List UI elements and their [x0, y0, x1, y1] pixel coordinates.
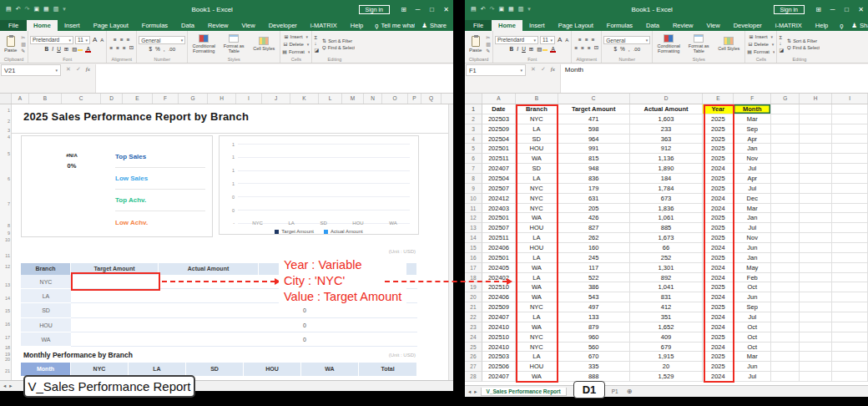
sort-filter-button[interactable]: ⇅Sort & Filter	[787, 38, 820, 43]
autosum-icon[interactable]: Σ	[314, 35, 319, 40]
copy-icon[interactable]: ▥	[486, 41, 491, 47]
row-header[interactable]: 7	[465, 164, 482, 174]
formula-input[interactable]	[95, 64, 453, 93]
borders-icon[interactable]: ⊞	[63, 46, 69, 53]
row-header[interactable]: 26	[465, 352, 482, 362]
cell-target[interactable]: 964	[558, 134, 630, 145]
cell-date[interactable]: 202509	[482, 302, 516, 312]
formula-input[interactable]: Month	[560, 64, 868, 93]
cell-month[interactable]: Jun	[734, 243, 771, 253]
cell-actual[interactable]: 673	[630, 194, 704, 204]
align-right-icon[interactable]: ≡	[587, 45, 592, 51]
cell-actual[interactable]: 363	[630, 134, 704, 145]
format-cells-button[interactable]: ▤Format▾	[282, 48, 310, 54]
cell-date[interactable]: 202405	[482, 263, 516, 273]
cell-date[interactable]: 202410	[482, 322, 516, 332]
qat-book-icon[interactable]: ▥	[53, 6, 59, 13]
qat-grid-icon[interactable]: ▦	[43, 6, 49, 13]
header-month-selected-cell[interactable]: Month	[734, 104, 771, 114]
cell-target[interactable]: 827	[558, 223, 630, 233]
fill-icon[interactable]: ↓	[314, 41, 319, 46]
share-button[interactable]: ♟Share	[415, 20, 453, 31]
minimize-icon[interactable]: ─	[825, 6, 840, 13]
cell-date[interactable]: 202504	[482, 174, 516, 184]
tab-home[interactable]: Home	[492, 20, 522, 31]
cell-actual[interactable]: 679	[630, 343, 704, 353]
cell-month[interactable]: Apr	[734, 174, 771, 184]
paste-button[interactable]: Paste	[467, 35, 484, 53]
font-color-icon[interactable]: A	[550, 46, 555, 52]
undo-icon[interactable]: ↶	[481, 6, 486, 13]
italic-button[interactable]: I	[51, 46, 54, 52]
cell-date[interactable]: 202412	[482, 194, 516, 204]
cell-date[interactable]: 202511	[482, 233, 516, 243]
fill-color-icon[interactable]: ▨	[536, 46, 548, 53]
branch-table-row[interactable]: WA 0	[21, 332, 417, 347]
cell-target[interactable]: 426	[558, 213, 630, 223]
tab-developer[interactable]: Developer	[727, 20, 769, 31]
align-bottom-icon[interactable]: ≡	[126, 37, 131, 43]
font-size-select[interactable]: 11▾	[540, 36, 555, 44]
tell-me-box[interactable]: ϙTell me what you want to do	[370, 20, 415, 31]
vertical-scrollbar[interactable]	[448, 104, 453, 380]
camera-icon[interactable]: ▣	[498, 6, 504, 13]
cell-actual[interactable]: 1,673	[630, 233, 704, 243]
comma-icon[interactable]: ,	[628, 46, 631, 52]
align-top-icon[interactable]: ≡	[578, 37, 583, 43]
tab-help[interactable]: Help	[344, 20, 370, 31]
align-middle-icon[interactable]: ≡	[119, 37, 124, 43]
font-size-select[interactable]: 11▾	[75, 36, 90, 44]
row-header[interactable]: 6	[465, 154, 482, 164]
row-header[interactable]: 11	[465, 204, 482, 214]
cell-actual[interactable]: 351	[630, 312, 704, 322]
cell-month[interactable]: Mar	[734, 114, 771, 124]
qat-book-icon[interactable]: ▥	[518, 6, 524, 13]
row-header[interactable]: 25	[465, 343, 482, 353]
tab-view[interactable]: View	[700, 20, 727, 31]
save-icon[interactable]: ▤	[471, 6, 477, 13]
tab-page-layout[interactable]: Page Layout	[552, 20, 600, 31]
select-all-corner[interactable]	[465, 94, 482, 104]
redo-icon[interactable]: ↷	[490, 6, 495, 13]
decimal-icon[interactable]: .00	[633, 47, 641, 52]
cell-date[interactable]: 202501	[482, 213, 516, 223]
sign-in-button[interactable]: Sign in	[359, 5, 390, 14]
decimal-icon[interactable]: .00	[168, 47, 176, 52]
tell-me-box[interactable]: ϙTell me what you want to do	[835, 20, 845, 31]
cell-month[interactable]: Sep	[734, 124, 771, 134]
sheet-tab-report[interactable]: V_Sales Performance Report	[481, 388, 567, 396]
cell-target[interactable]: 179	[558, 184, 630, 194]
cell-target[interactable]: 386	[558, 282, 630, 292]
cell-styles-button[interactable]: Cell Styles	[714, 37, 743, 51]
qat-dropdown-icon[interactable]: ▾	[527, 6, 531, 13]
close-icon[interactable]: ✕	[854, 6, 868, 13]
cell-actual[interactable]: 412	[630, 302, 704, 312]
cell-month[interactable]: Oct	[734, 332, 771, 343]
row-header[interactable]: 21	[465, 302, 482, 312]
row-header[interactable]: 15	[465, 243, 482, 253]
shrink-font-icon[interactable]: A	[99, 38, 104, 43]
save-icon[interactable]: ▤	[6, 6, 12, 13]
cut-icon[interactable]: ✂	[21, 34, 26, 40]
cell-target[interactable]: 836	[558, 174, 630, 184]
currency-icon[interactable]: $	[613, 46, 618, 52]
align-left-icon[interactable]: ≡	[108, 45, 114, 51]
font-name-select[interactable]: Pretendard▾	[495, 36, 538, 44]
fill-color-icon[interactable]: ▨	[71, 46, 83, 53]
clear-icon[interactable]: ◪	[779, 47, 784, 53]
cell-date[interactable]: 202507	[482, 184, 516, 194]
undo-icon[interactable]: ↶	[16, 6, 21, 13]
find-select-button[interactable]: ϘFind & Select	[787, 45, 820, 50]
branch-table-row[interactable]: HOU 0	[21, 318, 417, 332]
name-box[interactable]: F1▾	[466, 64, 526, 76]
cell-date[interactable]: 202501	[482, 144, 516, 154]
cell-month[interactable]: Jul	[734, 164, 771, 174]
row-header[interactable]: 10	[465, 194, 482, 204]
enter-icon[interactable]: ✓	[76, 66, 81, 73]
cell-actual[interactable]: 1,784	[630, 184, 704, 194]
cell-date[interactable]: 202501	[482, 253, 516, 263]
cell-actual[interactable]: 184	[630, 174, 704, 184]
align-right-icon[interactable]: ≡	[122, 45, 127, 51]
borders-icon[interactable]: ⊞	[528, 46, 534, 53]
cut-icon[interactable]: ✂	[486, 34, 491, 40]
